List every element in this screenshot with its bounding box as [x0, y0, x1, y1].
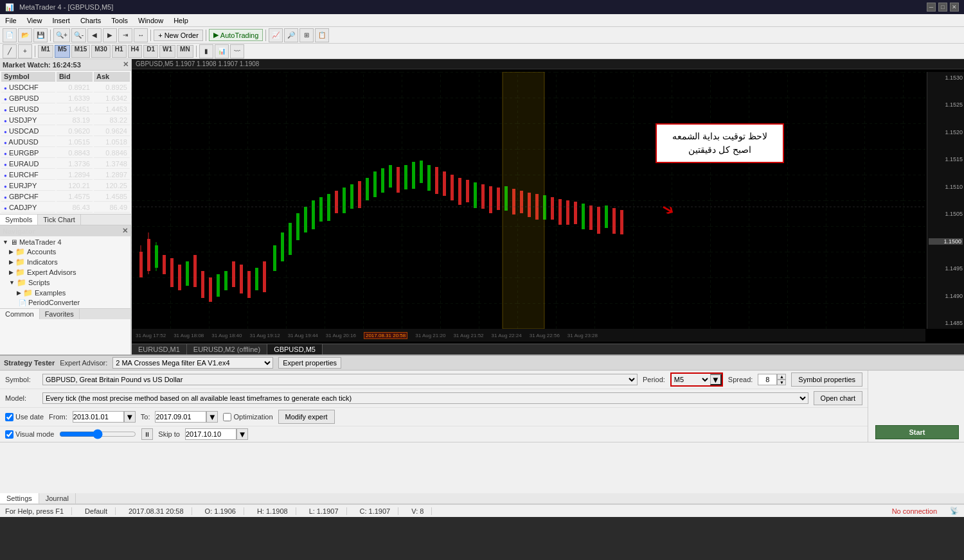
start-button[interactable]: Start: [875, 425, 959, 439]
save-button[interactable]: 💾: [33, 28, 48, 42]
to-date-input[interactable]: [155, 411, 206, 423]
market-watch-row[interactable]: ● AUDUSD 1.0515 1.0518: [1, 137, 130, 147]
market-watch-row[interactable]: ● USDJPY 83.19 83.22: [1, 116, 130, 125]
menu-tools[interactable]: Tools: [109, 17, 130, 24]
chart-area[interactable]: GBPUSD,M5 1.1907 1.1908 1.1907 1.1908: [132, 59, 964, 354]
period-dropdown-arrow[interactable]: ▼: [710, 374, 722, 385]
timeframe-m1[interactable]: M1: [38, 45, 53, 58]
indicators-button[interactable]: 📈: [269, 28, 283, 42]
open-button[interactable]: 📂: [18, 28, 32, 42]
new-order-button[interactable]: + New Order: [154, 30, 203, 41]
tab-settings[interactable]: Settings: [0, 493, 39, 503]
nav-item-period-converter[interactable]: 📄 PeriodConverter: [1, 298, 129, 307]
navigator-close[interactable]: ✕: [122, 227, 128, 235]
to-date-picker-button[interactable]: ▼: [206, 411, 218, 423]
chart-shift-button[interactable]: ⇥: [118, 28, 132, 42]
spread-up-button[interactable]: ▲: [777, 374, 786, 380]
strategy-tester-tabs: Settings Journal: [0, 493, 964, 504]
window-controls[interactable]: ─ □ ✕: [927, 3, 959, 12]
timeframe-m5[interactable]: M5: [55, 45, 70, 58]
market-watch-row[interactable]: ● USDCHF 0.8921 0.8925: [1, 83, 130, 92]
candlestick-button[interactable]: 📊: [215, 44, 229, 58]
market-watch-row[interactable]: ● EURCHF 1.2894 1.2897: [1, 170, 130, 180]
menu-window[interactable]: Window: [136, 17, 166, 24]
timeframe-h1[interactable]: H1: [112, 45, 127, 58]
use-date-checkbox[interactable]: [5, 413, 13, 421]
chart-tab-eurusd-m2[interactable]: EURUSD,M2 (offline): [187, 344, 267, 354]
market-watch-row[interactable]: ● USDCAD 0.9620 0.9624: [1, 127, 130, 136]
autotrading-button[interactable]: ▶ AutoTrading: [209, 29, 263, 41]
from-date-picker-button[interactable]: ▼: [124, 411, 136, 423]
chart-tab-eurusd-m1[interactable]: EURUSD,M1: [132, 344, 187, 354]
new-chart-button[interactable]: 📄: [3, 28, 17, 42]
nav-item-examples[interactable]: ▶ 📁 Examples: [1, 288, 129, 298]
nav-item-indicators[interactable]: ▶ 📁 Indicators: [1, 257, 129, 267]
spread-input[interactable]: [758, 374, 777, 385]
spread-down-button[interactable]: ▼: [777, 380, 786, 385]
timeframe-m30[interactable]: M30: [91, 45, 110, 58]
close-button[interactable]: ✕: [950, 3, 959, 12]
symbol-dropdown[interactable]: GBPUSD, Great Britain Pound vs US Dollar: [42, 374, 638, 385]
nav-item-scripts[interactable]: ▼ 📁 Scripts: [1, 277, 129, 288]
visual-mode-checkbox[interactable]: [5, 430, 13, 439]
optimization-label[interactable]: Optimization: [223, 413, 272, 421]
nav-item-expert-advisors[interactable]: ▶ 📁 Expert Advisors: [1, 267, 129, 277]
tab-tick-chart[interactable]: Tick Chart: [38, 214, 81, 225]
use-date-label[interactable]: Use date: [5, 413, 44, 421]
minimize-button[interactable]: ─: [927, 3, 936, 12]
market-watch-row[interactable]: ● GBPUSD 1.6339 1.6342: [1, 94, 130, 103]
market-watch-row[interactable]: ● GBPCHF 1.4575 1.4585: [1, 192, 130, 202]
timeframe-w1[interactable]: W1: [159, 45, 175, 58]
chart-tab-gbpusd-m5[interactable]: GBPUSD,M5: [267, 344, 323, 354]
market-watch-row[interactable]: ● EURJPY 120.21 120.25: [1, 181, 130, 191]
crosshair-button[interactable]: +: [18, 44, 32, 58]
visual-speed-slider[interactable]: [59, 429, 136, 439]
expert-properties-button[interactable]: Expert properties: [278, 357, 341, 369]
nav-item-accounts[interactable]: ▶ 📁 Accounts: [1, 247, 129, 257]
tab-symbols[interactable]: Symbols: [0, 214, 38, 225]
zoom-in-button[interactable]: 🔍+: [53, 28, 70, 42]
menu-help[interactable]: Help: [171, 17, 191, 24]
menu-view[interactable]: View: [24, 17, 45, 24]
open-chart-button[interactable]: Open chart: [814, 391, 862, 405]
nav-tab-favorites[interactable]: Favorites: [40, 309, 80, 319]
templates-button[interactable]: 📋: [315, 28, 329, 42]
timeframe-h4[interactable]: H4: [128, 45, 143, 58]
skip-to-picker-button[interactable]: ▼: [237, 428, 248, 440]
from-date-input[interactable]: [73, 411, 124, 423]
line-chart-button[interactable]: 〰: [230, 44, 244, 58]
visual-mode-label[interactable]: Visual mode: [5, 430, 54, 439]
model-dropdown[interactable]: Every tick (the most precise method base…: [42, 392, 808, 404]
scroll-left-button[interactable]: ◀: [87, 28, 102, 42]
nav-tab-common[interactable]: Common: [0, 309, 40, 319]
restore-button[interactable]: □: [938, 3, 947, 12]
modify-expert-button[interactable]: Modify expert: [278, 410, 335, 424]
market-watch-row[interactable]: ● EURGBP 0.8843 0.8846: [1, 148, 130, 158]
visual-pause-button[interactable]: ⏸: [141, 428, 153, 440]
symbol-properties-button[interactable]: Symbol properties: [791, 372, 862, 387]
timeframe-m15[interactable]: M15: [71, 45, 90, 58]
optimization-checkbox[interactable]: [223, 413, 231, 421]
ea-dropdown[interactable]: 2 MA Crosses Mega filter EA V1.ex4: [112, 357, 273, 369]
market-watch-close[interactable]: ✕: [123, 60, 129, 69]
nav-item-metatrader4[interactable]: ▼ 🖥 MetaTrader 4: [1, 238, 129, 247]
menu-insert[interactable]: Insert: [49, 17, 73, 24]
scroll-right-button[interactable]: ▶: [103, 28, 117, 42]
market-watch-row[interactable]: ● EURUSD 1.4451 1.4453: [1, 105, 130, 114]
menu-file[interactable]: File: [3, 17, 19, 24]
zoom-out-button[interactable]: 🔍-: [71, 28, 86, 42]
market-watch-row[interactable]: ● EURAUD 1.3736 1.3748: [1, 159, 130, 169]
strategy-tester-title: Strategy Tester: [4, 359, 55, 367]
line-tool-button[interactable]: ╱: [3, 44, 17, 58]
skip-to-input[interactable]: [185, 428, 237, 440]
market-watch-row[interactable]: ● CADJPY 86.43 86.49: [1, 203, 130, 213]
period-dropdown[interactable]: M5: [672, 374, 710, 385]
chart-zoom-button[interactable]: 🔎: [284, 28, 298, 42]
autoscroll-button[interactable]: ↔: [134, 28, 148, 42]
timeframe-mn[interactable]: MN: [177, 45, 193, 58]
timeframe-d1[interactable]: D1: [143, 45, 158, 58]
tab-journal[interactable]: Journal: [39, 493, 76, 503]
bar-chart-button[interactable]: ▮: [199, 44, 213, 58]
menu-charts[interactable]: Charts: [78, 17, 103, 24]
period-separator-button[interactable]: ⊞: [299, 28, 314, 42]
